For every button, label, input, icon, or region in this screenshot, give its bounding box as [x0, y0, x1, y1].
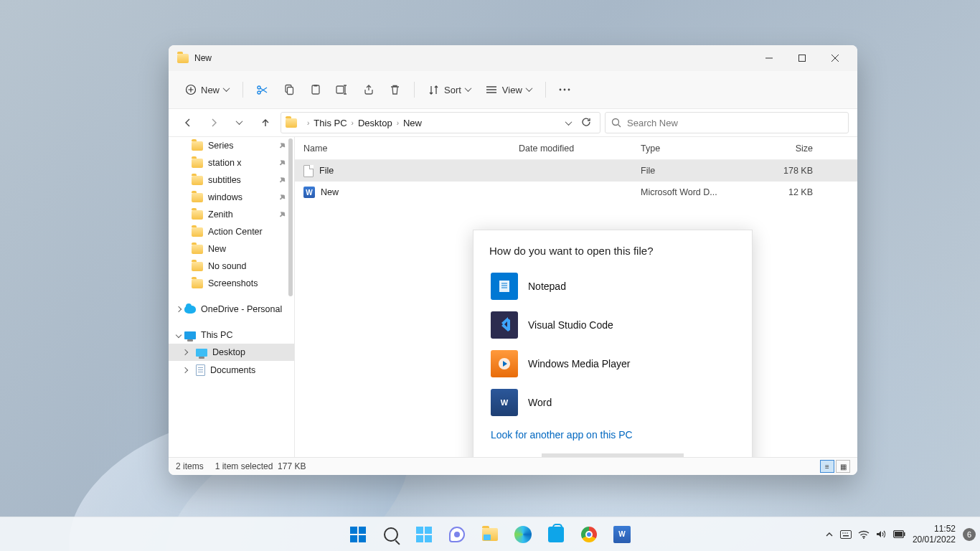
- delete-button[interactable]: [383, 80, 407, 100]
- battery-icon[interactable]: [893, 530, 905, 538]
- col-size[interactable]: Size: [763, 143, 820, 154]
- address-dropdown[interactable]: [563, 121, 574, 126]
- col-date[interactable]: Date modified: [519, 143, 641, 154]
- icons-view-button[interactable]: ▦: [836, 460, 850, 473]
- expand-icon[interactable]: [183, 349, 190, 356]
- sidebar-item-series[interactable]: Series: [169, 137, 294, 154]
- status-bar: 2 items 1 item selected 177 KB ≡ ▦: [169, 457, 857, 475]
- breadcrumb-desktop[interactable]: Desktop: [358, 118, 392, 128]
- wifi-icon[interactable]: [858, 530, 870, 539]
- sidebar-item-documents[interactable]: Documents: [169, 361, 294, 380]
- notification-badge[interactable]: 6: [963, 528, 976, 541]
- maximize-button[interactable]: [786, 45, 819, 71]
- back-button[interactable]: [177, 112, 199, 133]
- col-type[interactable]: Type: [641, 143, 763, 154]
- chat-button[interactable]: [443, 520, 471, 549]
- sidebar-item-actioncenter[interactable]: Action Center: [169, 223, 294, 240]
- breadcrumb-new[interactable]: New: [403, 118, 422, 128]
- chrome-icon: [581, 527, 597, 542]
- tray-icons[interactable]: [825, 529, 905, 539]
- taskbar[interactable]: 11:52 20/01/2022 6: [0, 517, 980, 551]
- store-button[interactable]: [542, 520, 570, 549]
- breadcrumb-pc[interactable]: This PC: [314, 118, 347, 128]
- sidebar-item-screenshots[interactable]: Screenshots: [169, 275, 294, 292]
- svg-line-26: [618, 125, 621, 128]
- expand-icon[interactable]: [183, 367, 190, 374]
- navigation-pane[interactable]: Series station x subtitles windows Zenit…: [169, 137, 295, 457]
- sidebar-item-zenith[interactable]: Zenith: [169, 206, 294, 223]
- documents-icon: [196, 364, 205, 376]
- file-icon: [303, 165, 314, 177]
- file-explorer-button[interactable]: [476, 520, 504, 549]
- edge-button[interactable]: [509, 520, 537, 549]
- svg-rect-39: [904, 532, 905, 536]
- dialog-title: How do you want to open this file?: [489, 245, 736, 257]
- share-button[interactable]: [357, 80, 380, 100]
- rename-button[interactable]: [330, 80, 354, 100]
- sidebar-item-onedrive[interactable]: OneDrive - Personal: [169, 301, 294, 318]
- recent-button[interactable]: [229, 112, 250, 133]
- close-button[interactable]: [819, 45, 852, 71]
- file-row[interactable]: File File 178 KB: [295, 160, 857, 182]
- file-row[interactable]: New Microsoft Word D... 12 KB: [295, 182, 857, 203]
- widgets-button[interactable]: [410, 520, 438, 549]
- chrome-button[interactable]: [575, 520, 603, 549]
- sidebar-item-desktop[interactable]: Desktop: [169, 344, 294, 361]
- title-bar[interactable]: New: [169, 45, 857, 71]
- copy-button[interactable]: [277, 80, 301, 100]
- sidebar-scrollbar[interactable]: [287, 137, 294, 457]
- clock[interactable]: 11:52 20/01/2022: [913, 524, 956, 545]
- chevron-up-icon[interactable]: [825, 530, 834, 539]
- app-option-word[interactable]: W Word: [489, 383, 736, 422]
- search-box[interactable]: Search New: [605, 112, 849, 133]
- paste-button[interactable]: [303, 80, 327, 100]
- col-name[interactable]: Name: [303, 143, 519, 154]
- more-button[interactable]: [553, 80, 577, 100]
- app-option-vscode[interactable]: Visual Studio Code: [489, 306, 736, 344]
- expand-icon[interactable]: [176, 306, 184, 313]
- sidebar-item-new[interactable]: New: [169, 240, 294, 258]
- folder-icon: [192, 227, 203, 237]
- sidebar-item-thispc[interactable]: This PC: [169, 326, 294, 344]
- windows-icon: [350, 527, 366, 542]
- forward-button[interactable]: [203, 112, 225, 133]
- cut-button[interactable]: [250, 80, 274, 100]
- address-bar[interactable]: › This PC › Desktop › New: [281, 112, 600, 133]
- chevron-right-icon: ›: [350, 119, 355, 127]
- minimize-button[interactable]: [753, 45, 786, 71]
- new-button[interactable]: New: [179, 80, 235, 100]
- details-view-button[interactable]: ≡: [820, 460, 834, 473]
- view-button[interactable]: View: [480, 80, 538, 100]
- sidebar-item-stationx[interactable]: station x: [169, 154, 294, 171]
- window-title: New: [194, 53, 753, 63]
- folder-icon: [177, 54, 189, 63]
- word-button[interactable]: [608, 520, 636, 549]
- folder-icon: [286, 118, 297, 128]
- view-icon: [486, 84, 498, 96]
- svg-rect-32: [840, 530, 851, 538]
- system-tray[interactable]: 11:52 20/01/2022 6: [825, 524, 976, 545]
- refresh-button[interactable]: [577, 117, 595, 129]
- sidebar-item-windows[interactable]: windows: [169, 189, 294, 206]
- collapse-icon[interactable]: [176, 331, 184, 339]
- ok-button[interactable]: OK: [542, 453, 684, 457]
- svg-rect-1: [799, 55, 806, 62]
- taskbar-center: [344, 520, 636, 549]
- start-button[interactable]: [344, 520, 372, 549]
- time: 11:52: [913, 524, 956, 534]
- more-apps-link[interactable]: Look for another app on this PC: [489, 422, 736, 443]
- sort-button[interactable]: Sort: [422, 80, 477, 100]
- sidebar-item-subtitles[interactable]: subtitles: [169, 171, 294, 189]
- column-headers[interactable]: Name Date modified Type Size: [295, 137, 857, 160]
- app-option-notepad[interactable]: Notepad: [489, 267, 736, 306]
- search-button[interactable]: [377, 520, 405, 549]
- sidebar-item-nosound[interactable]: No sound: [169, 258, 294, 275]
- up-button[interactable]: [255, 112, 276, 133]
- keyboard-icon[interactable]: [840, 530, 852, 539]
- app-option-wmp[interactable]: Windows Media Player: [489, 344, 736, 383]
- svg-point-22: [560, 89, 562, 91]
- volume-icon[interactable]: [876, 529, 887, 539]
- search-placeholder: Search New: [627, 118, 678, 128]
- separator: [414, 82, 415, 98]
- svg-point-35: [847, 532, 848, 534]
